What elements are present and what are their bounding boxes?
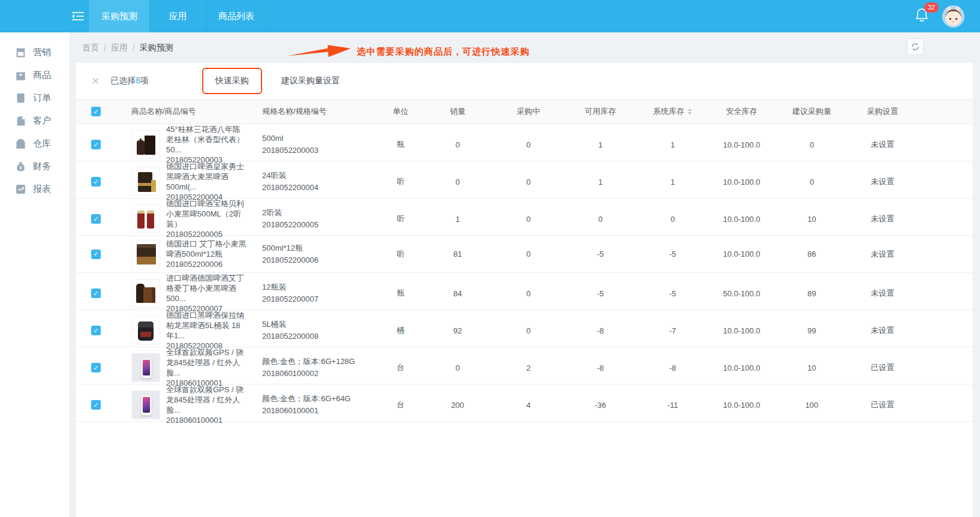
purchase-setting-cell: 已设置 — [848, 362, 917, 373]
purchasing-cell: 0 — [494, 140, 563, 149]
sidebar-collapse-icon[interactable] — [67, 0, 89, 32]
header-system-stock: 系统库存 — [638, 106, 708, 117]
row-checkbox[interactable] — [91, 177, 101, 187]
system-stock-cell: -5 — [638, 250, 708, 258]
row-checkbox[interactable] — [91, 214, 101, 224]
sidebar-item-warehouse[interactable]: 仓库 — [0, 132, 69, 155]
sort-icons[interactable] — [687, 109, 692, 115]
clear-selection-icon[interactable]: ✕ — [91, 75, 101, 88]
suggest-qty-cell: 0 — [775, 178, 848, 187]
spec-code: 2018052200008 — [262, 330, 318, 342]
suggest-qty-cell: 100 — [775, 401, 848, 410]
unit-cell: 听 — [380, 214, 422, 224]
tutorial-annotation: 选中需要采购的商品后，可进行快速采购 — [287, 44, 530, 59]
sidebar-item-reports[interactable]: 报表 — [0, 178, 69, 200]
sales-cell: 200 — [422, 401, 494, 410]
selected-count-text: 已选择8项 — [110, 76, 149, 86]
purchasing-cell: 4 — [494, 401, 563, 410]
select-all-checkbox[interactable] — [91, 107, 101, 116]
tab-purchase-forecast[interactable]: 采购预测 — [89, 0, 149, 32]
sidebar-item-finance[interactable]: 财务 — [0, 155, 69, 178]
spec-name: 24听装 — [262, 170, 286, 182]
product-code: 2018052200005 — [166, 229, 246, 239]
safe-stock-cell: 10.0-100.0 — [708, 250, 775, 258]
product-name: 进口啤酒德国啤酒艾丁格爱丁格小麦黑啤酒500... — [166, 273, 246, 303]
suggest-qty-cell: 86 — [775, 250, 848, 258]
available-stock-cell: -5 — [563, 289, 638, 298]
purchase-setting-cell: 未设置 — [848, 139, 917, 150]
sidebar-item-label: 商品 — [33, 70, 51, 81]
refresh-button[interactable] — [907, 38, 924, 55]
sidebar-item-customers[interactable]: 客户 — [0, 109, 69, 132]
warehouse-icon — [16, 139, 26, 149]
spec-code: 2018052200004 — [262, 182, 318, 194]
purchase-setting-cell: 已设置 — [848, 399, 917, 410]
money-bag-icon — [16, 161, 26, 172]
customer-building-icon — [16, 116, 26, 126]
table-row: 进口啤酒德国啤酒艾丁格爱丁格小麦黑啤酒500... 2018052200007 … — [76, 273, 973, 310]
row-checkbox[interactable] — [91, 326, 101, 335]
product-thumbnail — [131, 130, 160, 159]
red-arrow-icon — [287, 42, 351, 61]
safe-stock-cell: 10.0-100.0 — [708, 215, 775, 224]
available-stock-cell: -5 — [563, 250, 638, 258]
header-suggest-qty: 建议采购量 — [775, 106, 848, 117]
report-chart-icon — [16, 184, 26, 194]
spec-name: 500ml — [262, 133, 283, 145]
header-purchasing: 采购中 — [494, 106, 563, 117]
row-checkbox[interactable] — [91, 400, 101, 410]
quick-purchase-button[interactable]: 快速采购 — [215, 76, 249, 85]
header-safe-stock: 安全库存 — [708, 106, 775, 117]
suggest-qty-cell: 99 — [775, 326, 848, 335]
notification-bell-icon[interactable]: 32 — [915, 7, 929, 25]
header-sales: 销量 — [422, 106, 494, 117]
sidebar-item-products[interactable]: 商品 — [0, 64, 69, 86]
system-stock-cell: -11 — [638, 401, 708, 410]
spec-code: 2018052200005 — [262, 219, 318, 231]
unit-cell: 瓶 — [380, 288, 422, 299]
selected-prefix: 已选择 — [110, 76, 136, 85]
order-receipt-icon — [16, 93, 26, 103]
tab-product-list[interactable]: 商品列表 — [206, 0, 267, 32]
tab-apps[interactable]: 应用 — [149, 0, 206, 32]
available-stock-cell: 0 — [563, 215, 638, 224]
breadcrumb-apps[interactable]: 应用 — [111, 43, 128, 53]
row-checkbox[interactable] — [91, 140, 101, 149]
sidebar-item-label: 客户 — [33, 115, 51, 127]
product-code: 2018060100001 — [166, 415, 246, 425]
purchasing-cell: 0 — [494, 250, 563, 258]
available-stock-cell: -8 — [563, 363, 638, 372]
user-avatar[interactable] — [942, 5, 964, 28]
table-row: 45°桂林三花酒八年陈老桂林（米香型代表）50... 2018052200003… — [76, 124, 973, 161]
spec-name: 5L桶装 — [262, 318, 286, 330]
unit-cell: 瓶 — [380, 139, 422, 150]
header-unit: 单位 — [380, 106, 422, 117]
row-checkbox[interactable] — [91, 363, 101, 372]
purchasing-cell: 2 — [494, 363, 563, 372]
sidebar-item-label: 订单 — [33, 92, 51, 104]
unit-cell: 台 — [380, 362, 422, 373]
left-sidebar: 营销 商品 订单 客户 仓库 财务 报表 — [0, 32, 69, 517]
spec-name: 颜色:金色；版本:6G+64G — [262, 393, 351, 405]
sales-cell: 84 — [422, 289, 494, 298]
product-name: 德国进口啤酒皇家勇士黑啤酒大麦黑啤酒500ml(... — [166, 161, 246, 192]
suggest-qty-cell: 10 — [775, 363, 848, 372]
refresh-icon — [910, 42, 920, 52]
sidebar-item-label: 报表 — [33, 184, 51, 195]
sidebar-item-orders[interactable]: 订单 — [0, 86, 69, 109]
row-checkbox[interactable] — [91, 288, 101, 298]
header-product: 商品名称/商品编号 — [116, 106, 246, 117]
sidebar-item-marketing[interactable]: 营销 — [0, 41, 69, 64]
header-purchase-setting: 采购设置 — [848, 106, 917, 117]
row-checkbox[interactable] — [91, 250, 101, 259]
storefront-icon — [16, 47, 26, 58]
available-stock-cell: -36 — [563, 401, 638, 410]
header-spec: 规格名称/规格编号 — [246, 106, 380, 117]
unit-cell: 台 — [380, 399, 422, 410]
available-stock-cell: 1 — [563, 140, 638, 149]
breadcrumb-home[interactable]: 首页 — [82, 43, 99, 53]
main-content: 首页 / 应用 / 采购预测 选中需要采购的商品后，可进行快速采购 ✕ 已选择8… — [76, 32, 973, 517]
breadcrumb-separator: / — [104, 43, 106, 53]
product-thumbnail — [131, 205, 160, 233]
suggest-qty-setting-button[interactable]: 建议采购量设置 — [281, 76, 340, 86]
